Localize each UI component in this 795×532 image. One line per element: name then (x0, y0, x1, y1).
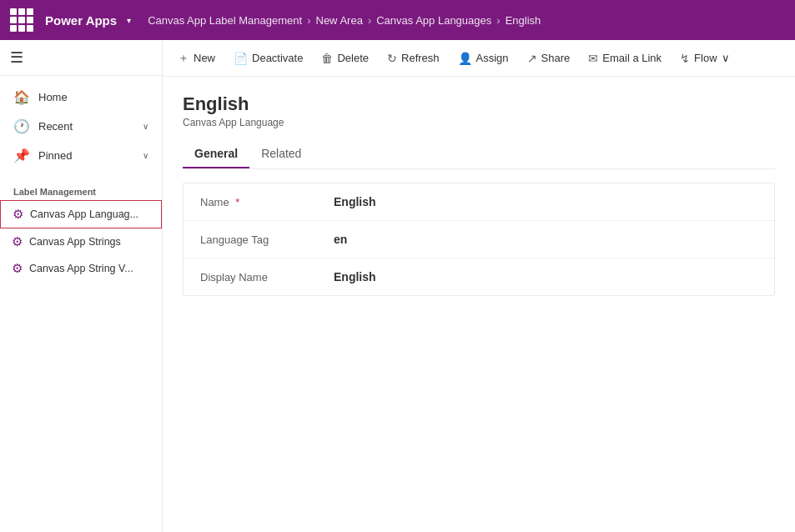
sidebar-item-canvas-app-languages[interactable]: ⚙ Canvas App Languag... (0, 200, 162, 228)
main-layout: ☰ 🏠 Home 🕐 Recent ∨ 📌 Pinned ∨ Label Man… (0, 40, 795, 532)
language-tag-label: Language Tag (200, 233, 334, 246)
email-link-icon: ✉ (588, 52, 598, 65)
delete-label: Delete (337, 52, 369, 64)
pinned-icon: 📌 (13, 148, 30, 163)
refresh-icon: ↻ (387, 52, 397, 65)
assign-label: Assign (476, 52, 509, 64)
tab-general[interactable]: General (183, 140, 249, 168)
share-icon: ↗ (527, 52, 537, 65)
app-name-chevron[interactable]: ▾ (127, 16, 131, 25)
recent-chevron-icon: ∨ (143, 122, 148, 131)
sidebar-item-canvas-app-strings-label: Canvas App Strings (29, 236, 121, 248)
sidebar-item-home[interactable]: 🏠 Home (0, 83, 162, 112)
deactivate-label: Deactivate (252, 52, 303, 64)
toolbar: ＋ New 📄 Deactivate 🗑 Delete ↻ Refresh 👤 … (163, 40, 795, 77)
canvas-app-string-v-icon: ⚙ (12, 261, 23, 276)
sidebar-item-home-label: Home (38, 91, 68, 103)
sidebar-item-recent[interactable]: 🕐 Recent ∨ (0, 112, 162, 141)
top-nav: Power Apps ▾ Canvas App Label Management… (0, 0, 795, 40)
waffle-icon[interactable] (10, 8, 33, 32)
share-label: Share (541, 52, 571, 64)
sidebar-top: ☰ (0, 40, 162, 76)
sidebar-item-pinned[interactable]: 📌 Pinned ∨ (0, 141, 162, 170)
breadcrumb-item-1[interactable]: New Area (316, 14, 363, 27)
breadcrumb-sep-2: › (496, 14, 500, 27)
main-content: ＋ New 📄 Deactivate 🗑 Delete ↻ Refresh 👤 … (163, 40, 795, 532)
breadcrumb-sep-1: › (368, 14, 371, 27)
breadcrumb-item-0[interactable]: Canvas App Label Management (148, 14, 302, 27)
sidebar-item-recent-label: Recent (38, 120, 73, 133)
flow-label: Flow (694, 52, 717, 64)
deactivate-icon: 📄 (234, 52, 248, 65)
flow-icon: ↯ (680, 52, 690, 65)
name-required-star: * (235, 196, 239, 208)
breadcrumb-item-3[interactable]: English (506, 14, 541, 27)
refresh-button[interactable]: ↻ Refresh (379, 47, 448, 70)
name-label: Name * (200, 196, 334, 208)
sidebar-item-canvas-app-strings[interactable]: ⚙ Canvas App Strings (0, 228, 162, 255)
record-subtitle: Canvas App Language (183, 117, 775, 128)
breadcrumb-sep-0: › (307, 14, 310, 27)
flow-chevron-icon: ∨ (722, 52, 730, 64)
name-value: English (334, 195, 376, 208)
share-button[interactable]: ↗ Share (519, 47, 579, 70)
display-name-label: Display Name (200, 271, 334, 284)
pinned-chevron-icon: ∨ (143, 151, 148, 160)
record-title: English (183, 93, 775, 115)
new-button[interactable]: ＋ New (169, 46, 224, 71)
hamburger-button[interactable]: ☰ (10, 48, 23, 67)
sidebar-item-canvas-app-languages-label: Canvas App Languag... (30, 208, 138, 220)
display-name-value: English (334, 270, 376, 284)
tabs: General Related (183, 140, 775, 169)
assign-button[interactable]: 👤 Assign (450, 47, 517, 70)
new-icon: ＋ (178, 51, 189, 66)
app-name[interactable]: Power Apps (45, 13, 117, 28)
form-row-display-name: Display Name English (184, 258, 774, 295)
new-label: New (194, 52, 215, 64)
email-link-button[interactable]: ✉ Email a Link (580, 47, 670, 70)
breadcrumb-item-2[interactable]: Canvas App Languages (376, 14, 491, 27)
delete-button[interactable]: 🗑 Delete (313, 47, 377, 70)
breadcrumb: Canvas App Label Management › New Area ›… (148, 14, 541, 27)
email-label: Email a Link (602, 52, 662, 64)
sidebar-item-canvas-app-string-v-label: Canvas App String V... (29, 263, 133, 274)
form-row-name: Name * English (184, 183, 774, 221)
tab-related[interactable]: Related (249, 140, 313, 168)
language-tag-value: en (334, 233, 347, 246)
canvas-app-languages-icon: ⚙ (13, 207, 23, 222)
sidebar-section-label: Label Management (0, 177, 162, 200)
deactivate-button[interactable]: 📄 Deactivate (225, 47, 311, 70)
sidebar-item-canvas-app-string-v[interactable]: ⚙ Canvas App String V... (0, 255, 162, 282)
form-section: Name * English Language Tag en Display N… (183, 183, 775, 296)
assign-icon: 👤 (458, 52, 472, 65)
form-row-language-tag: Language Tag en (184, 221, 774, 258)
recent-icon: 🕐 (13, 118, 30, 134)
refresh-label: Refresh (401, 52, 440, 64)
canvas-app-strings-icon: ⚙ (12, 234, 23, 249)
sidebar-item-pinned-label: Pinned (38, 149, 72, 162)
sidebar-nav: 🏠 Home 🕐 Recent ∨ 📌 Pinned ∨ (0, 76, 162, 177)
sidebar: ☰ 🏠 Home 🕐 Recent ∨ 📌 Pinned ∨ Label Man… (0, 40, 163, 532)
home-icon: 🏠 (13, 89, 30, 105)
delete-icon: 🗑 (321, 52, 333, 65)
flow-button[interactable]: ↯ Flow ∨ (672, 47, 737, 70)
content-area: English Canvas App Language General Rela… (163, 77, 795, 532)
